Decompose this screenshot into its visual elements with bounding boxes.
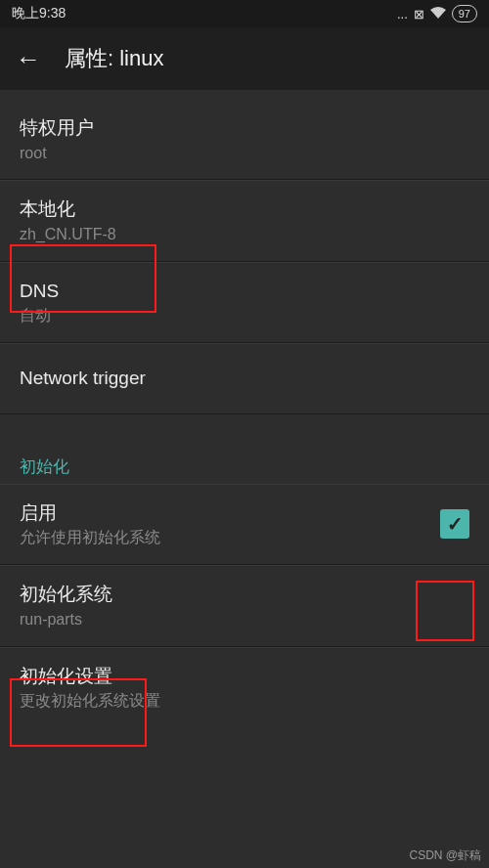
setting-init-settings[interactable]: 初始化设置 更改初始化系统设置 <box>0 647 489 727</box>
setting-title: 本地化 <box>20 196 116 223</box>
setting-dns[interactable]: DNS 自动 <box>0 262 489 343</box>
setting-sub: zh_CN.UTF-8 <box>20 225 116 245</box>
status-bar: 晚上9:38 ... ⊠ 97 <box>0 0 489 27</box>
setting-network-trigger[interactable]: Network trigger <box>0 343 489 414</box>
setting-title: Network trigger <box>20 366 146 392</box>
setting-init-enable[interactable]: 启用 允许使用初始化系统 ✓ <box>0 484 489 565</box>
setting-init-system[interactable]: 初始化系统 run-parts <box>0 565 489 646</box>
status-time: 晚上9:38 <box>12 5 66 22</box>
enable-checkbox[interactable]: ✓ <box>440 509 469 539</box>
settings-list: 特权用户 root 本地化 zh_CN.UTF-8 DNS 自动 Network… <box>0 100 489 727</box>
setting-title: 初始化系统 <box>20 582 112 608</box>
setting-sub: root <box>20 144 94 164</box>
notification-close-icon: ⊠ <box>414 7 424 22</box>
setting-title: 启用 <box>20 500 160 527</box>
setting-title: 特权用户 <box>20 115 94 142</box>
app-bar: ← 属性: linux <box>0 27 489 90</box>
more-dots-icon: ... <box>397 7 408 22</box>
setting-title: 初始化设置 <box>20 664 160 690</box>
setting-title: DNS <box>20 279 59 305</box>
wifi-icon <box>430 7 446 22</box>
setting-sub: 允许使用初始化系统 <box>20 528 160 548</box>
setting-privileged-user[interactable]: 特权用户 root <box>0 100 489 180</box>
watermark: CSDN @虾稿 <box>409 847 481 864</box>
setting-locale[interactable]: 本地化 zh_CN.UTF-8 <box>0 180 489 261</box>
back-arrow-icon[interactable]: ← <box>16 44 41 74</box>
setting-sub: 自动 <box>20 306 59 326</box>
checkmark-icon: ✓ <box>447 512 464 536</box>
setting-sub: 更改初始化系统设置 <box>20 691 160 712</box>
page-title: 属性: linux <box>65 44 163 73</box>
setting-sub: run-parts <box>20 610 112 630</box>
section-header-init: 初始化 <box>0 442 489 484</box>
battery-indicator: 97 <box>452 5 477 22</box>
